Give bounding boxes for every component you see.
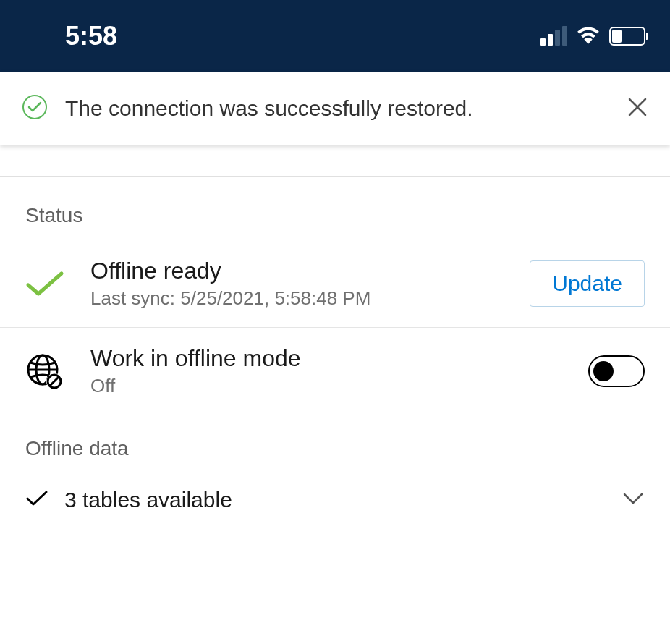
- main-content: Status Offline ready Last sync: 5/25/202…: [0, 176, 670, 527]
- offline-mode-state: Off: [90, 375, 567, 397]
- status-time: 5:58: [65, 21, 117, 51]
- offline-ready-row: Offline ready Last sync: 5/25/2021, 5:58…: [0, 240, 670, 328]
- offline-mode-row: Work in offline mode Off: [0, 328, 670, 415]
- offline-ready-title: Offline ready: [90, 258, 508, 284]
- check-icon: [25, 269, 69, 298]
- last-sync-text: Last sync: 5/25/2021, 5:58:48 PM: [90, 287, 508, 310]
- status-section-header: Status: [0, 204, 670, 240]
- globe-offline-icon: [25, 352, 69, 390]
- tables-available-row[interactable]: 3 tables available: [0, 473, 670, 527]
- offline-mode-title: Work in offline mode: [90, 345, 567, 372]
- notification-text: The connection was successfully restored…: [65, 96, 609, 121]
- status-icons: [540, 25, 648, 47]
- notification-banner: The connection was successfully restored…: [0, 72, 670, 145]
- svg-point-0: [23, 96, 46, 119]
- status-bar: 5:58: [0, 0, 670, 72]
- check-small-icon: [25, 490, 47, 510]
- battery-icon: [609, 27, 648, 46]
- offline-data-section-header: Offline data: [0, 415, 670, 473]
- chevron-down-icon: [622, 491, 645, 509]
- wifi-icon: [576, 25, 601, 47]
- update-button[interactable]: Update: [530, 260, 645, 307]
- close-icon[interactable]: [627, 96, 648, 121]
- tables-available-text: 3 tables available: [64, 488, 604, 512]
- success-check-icon: [22, 94, 48, 123]
- cellular-signal-icon: [540, 27, 567, 46]
- offline-mode-toggle[interactable]: [588, 355, 645, 387]
